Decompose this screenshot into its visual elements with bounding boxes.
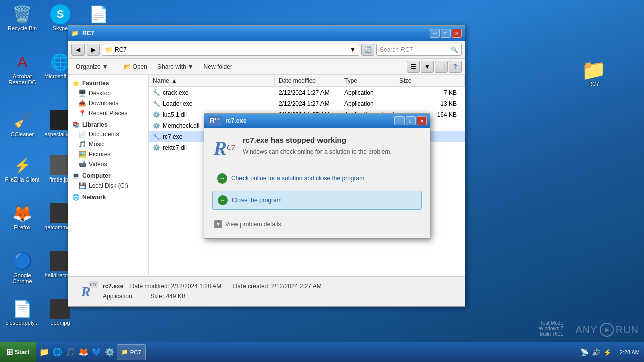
sidebar-item-pictures[interactable]: 🖼️ Pictures: [68, 149, 148, 159]
rc7-exe-name: rc7.exe: [163, 133, 182, 140]
music-icon: 🎵: [78, 141, 86, 148]
desktop-icon-chrome[interactable]: 🔵 Google Chrome: [2, 249, 42, 286]
desktop-icon-ccleaner[interactable]: 🧹 CCleaner: [2, 108, 42, 139]
sidebar-item-desktop[interactable]: 🖥️ Desktop: [68, 88, 148, 98]
memcheck-dll-name: Memcheck.dll: [163, 122, 199, 129]
taskbar-clock[interactable]: 2:28 AM: [616, 349, 644, 355]
status-info: rc7.exe Date modified: 2/12/2024 1:28 AM…: [103, 282, 322, 301]
desktop-icon-rc7-folder[interactable]: 📁 RC7: [574, 58, 614, 89]
help-button[interactable]: ?: [449, 61, 462, 73]
sidebar-item-music[interactable]: 🎵 Music: [68, 139, 148, 149]
close-button[interactable]: ✕: [452, 29, 462, 38]
dialog-maximize-button[interactable]: □: [406, 116, 416, 125]
loader-exe-icon: 🔧: [153, 100, 160, 107]
forward-button[interactable]: ▶: [87, 44, 100, 56]
check-online-action[interactable]: → Check online for a solution and close …: [212, 169, 422, 188]
firefox-icon: 🦊: [12, 203, 32, 223]
back-button[interactable]: ◀: [71, 44, 85, 56]
col-date-modified[interactable]: Date modified: [275, 75, 340, 86]
taskbar-explorer-icon[interactable]: 📁: [38, 346, 50, 358]
memcheck-dll-icon: ⚙️: [153, 122, 160, 129]
crack-exe-icon: 🔧: [153, 89, 160, 96]
desktop-icon-recycle-bin[interactable]: 🗑️ Recycle Bin: [2, 2, 42, 33]
desktop-label: Desktop: [89, 89, 111, 97]
organize-label: Organize: [76, 63, 101, 70]
folder-title-icon: 📁: [71, 30, 79, 37]
sidebar-item-documents[interactable]: 📄 Documents: [68, 129, 148, 139]
organize-button[interactable]: Organize ▼: [71, 60, 113, 73]
view-problem-details[interactable]: ▼ View problem details: [212, 218, 422, 230]
filezilla-icon: ⚡: [12, 155, 32, 175]
desktop-icon-firefox[interactable]: 🦊 Firefox: [2, 201, 42, 232]
file-item-crack[interactable]: 🔧crack.exe 2/12/2024 1:27 AM Application…: [149, 87, 465, 98]
address-dropdown-icon[interactable]: ▼: [350, 46, 356, 53]
favorites-icon: ⭐: [72, 80, 80, 87]
taskbar-media-icon[interactable]: 🎵: [64, 346, 76, 358]
col-type[interactable]: Type: [340, 75, 395, 86]
sidebar-item-recent-places[interactable]: 📍 Recent Places: [68, 108, 148, 118]
sidebar-item-videos[interactable]: 📹 Videos: [68, 159, 148, 169]
minimize-button[interactable]: ─: [430, 29, 440, 38]
col-size[interactable]: Size: [395, 75, 465, 86]
documents-label: Documents: [89, 131, 119, 138]
test-mode-line1: Test Mode: [540, 320, 564, 326]
col-name[interactable]: Name ▲: [149, 75, 275, 86]
address-field[interactable]: 📁 RC7 ▼: [102, 44, 359, 56]
rektc7-dll-icon: ⚙️: [153, 144, 160, 151]
taskbar-ie-icon[interactable]: 🌐: [51, 346, 63, 358]
skype-label: Skype: [53, 25, 68, 31]
loader-exe-date: 2/12/2024 1:27 AM: [275, 100, 340, 107]
tray-power-icon[interactable]: ⚡: [603, 348, 612, 356]
crack-exe-size: 7 KB: [395, 89, 465, 96]
status-file-icon: R C7: [73, 280, 98, 304]
desktop-icon-filezilla[interactable]: ⚡ FileZilla Client: [2, 153, 42, 185]
open-button[interactable]: 📂 Open: [119, 60, 152, 73]
sidebar-item-downloads[interactable]: 📥 Downloads: [68, 98, 148, 108]
dialog-close-button[interactable]: ✕: [417, 116, 427, 125]
taskbar-firefox-icon[interactable]: 🦊: [77, 346, 90, 358]
libraries-label: Libraries: [82, 121, 108, 128]
oper-label: oper.jpg: [50, 320, 70, 326]
taskbar-settings-icon[interactable]: ⚙️: [104, 346, 116, 358]
start-button[interactable]: ⊞ Start: [0, 342, 36, 362]
share-label: Share with: [157, 63, 186, 70]
taskbar-rc7-item[interactable]: 📁 RC7: [117, 344, 146, 360]
search-field[interactable]: Search RC7 🔍: [376, 44, 462, 56]
taskbar-ie2-icon[interactable]: 💙: [91, 346, 103, 358]
dialog-subtext: Windows can check online for a solution …: [243, 148, 392, 155]
desktop-icon-closedapply[interactable]: 📄 closedapply...: [2, 297, 42, 328]
sidebar-item-local-disk[interactable]: 💾 Local Disk (C:): [68, 180, 148, 191]
refresh-button[interactable]: 🔄: [361, 44, 374, 56]
preview-pane-button[interactable]: ⬜: [435, 61, 448, 73]
dialog-minimize-button[interactable]: ─: [394, 116, 405, 125]
anyrun-run-text: RUN: [616, 324, 639, 336]
tray-network-icon[interactable]: 📡: [580, 348, 589, 356]
status-date-modified-label: Date modified:: [130, 283, 169, 290]
crack-exe-date: 2/12/2024 1:27 AM: [275, 89, 340, 96]
computer-label: Computer: [82, 172, 111, 179]
maximize-button[interactable]: □: [441, 29, 451, 38]
dialog-header: rc7.exe has stopped working: [243, 136, 392, 144]
share-with-button[interactable]: Share with ▼: [153, 60, 198, 73]
rektc7-dll-name: rektc7.dll: [163, 144, 187, 151]
desktop-icon-acrobat[interactable]: A Acrobat Reader DC: [2, 50, 42, 87]
status-filename: rc7.exe: [103, 283, 123, 290]
view-options-button[interactable]: ☰: [407, 61, 420, 73]
new-folder-button[interactable]: New folder: [199, 60, 237, 73]
rc7-exe-icon: 🔧: [153, 133, 160, 140]
clock-time: 2:28 AM: [620, 349, 640, 355]
open-label: Open: [133, 63, 147, 70]
view-dropdown-button[interactable]: ▼: [421, 61, 434, 73]
sort-icon: ▲: [171, 77, 177, 84]
explorer-titlebar: 📁 RC7 ─ □ ✕: [68, 26, 465, 41]
status-bar: R C7 rc7.exe Date modified: 2/12/2024 1:…: [68, 276, 465, 306]
desktop-icon-word[interactable]: 📄: [78, 2, 119, 27]
test-mode-line3: Build 7601: [540, 331, 564, 337]
start-label: Start: [15, 348, 30, 356]
toolbar: Organize ▼ 📂 Open Share with ▼ New folde…: [68, 59, 465, 75]
close-program-action[interactable]: → Close the program: [212, 191, 422, 210]
file-item-loader[interactable]: 🔧Loader.exe 2/12/2024 1:27 AM Applicatio…: [149, 98, 465, 109]
tray-volume-icon[interactable]: 🔊: [592, 348, 600, 356]
especially-icon: [50, 110, 70, 130]
lua-dll-icon: ⚙️: [153, 111, 160, 118]
